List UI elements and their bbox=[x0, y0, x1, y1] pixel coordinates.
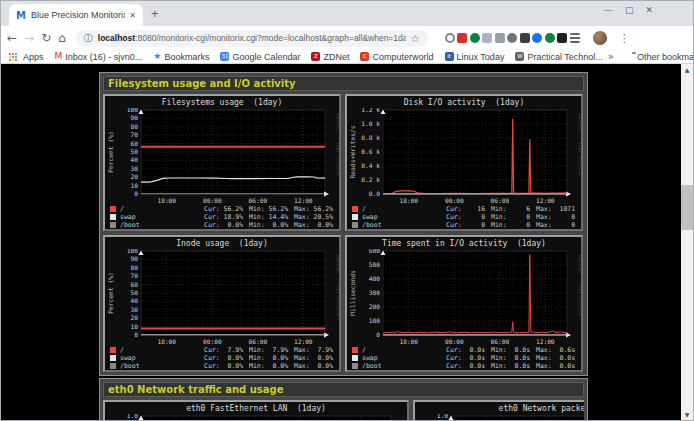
legend-swatch bbox=[110, 214, 116, 220]
svg-text:0: 0 bbox=[134, 190, 138, 197]
copy-pages-extension-icon[interactable] bbox=[482, 33, 492, 43]
legend-value: Min: 0.0% bbox=[249, 362, 294, 370]
svg-text:300: 300 bbox=[369, 289, 380, 296]
bookmark-bookmarks-icon: ★ bbox=[153, 52, 161, 61]
svg-text:70: 70 bbox=[131, 272, 139, 279]
legend-swatch bbox=[110, 222, 116, 228]
svg-text:RRDTOOL / TOBI OETIKER: RRDTOOL / TOBI OETIKER bbox=[335, 255, 339, 317]
legend-value: Cur: 18.9% bbox=[204, 213, 249, 221]
svg-text:1.0 k: 1.0 k bbox=[361, 120, 380, 127]
new-tab-button[interactable]: + bbox=[151, 6, 159, 21]
graph-panel-dio[interactable]: Disk I/O activity (1day)0.00.2 k0.4 k0.6… bbox=[345, 94, 583, 231]
browser-menu-icon[interactable]: ⋮ bbox=[619, 32, 630, 45]
window-minimize-button[interactable]: — bbox=[604, 5, 613, 15]
svg-text:30: 30 bbox=[131, 165, 139, 172]
section-network: eth0 Network traffic and usage eth0 Fast… bbox=[99, 378, 588, 421]
svg-text:00:00: 00:00 bbox=[445, 338, 464, 345]
svg-text:Reads+Writes/s: Reads+Writes/s bbox=[349, 125, 356, 178]
svg-text:12:00: 12:00 bbox=[294, 197, 313, 204]
hangouts-extension-icon[interactable] bbox=[470, 33, 480, 43]
bookmark-label: Inbox (16) - sjvn0... bbox=[65, 52, 142, 62]
legend-series-name: /boot bbox=[120, 362, 204, 370]
legend-series-name: /boot bbox=[120, 221, 204, 229]
page-scrollbar[interactable]: ▲ ▼ bbox=[681, 64, 693, 421]
svg-text:80: 80 bbox=[131, 123, 139, 130]
scrollbar-up-arrow[interactable]: ▲ bbox=[681, 64, 693, 76]
legend-swatch bbox=[352, 363, 358, 369]
browser-tab[interactable]: M Blue Precision Monitorix ✕ bbox=[9, 4, 143, 26]
svg-text:18:00: 18:00 bbox=[157, 338, 176, 345]
legend-value: Cur: 0.0s bbox=[446, 346, 491, 354]
svg-text:0.0: 0.0 bbox=[369, 190, 380, 197]
legend-value: Max: 0 bbox=[536, 213, 581, 221]
svg-text:00:00: 00:00 bbox=[445, 197, 464, 204]
gmail-extension-icon[interactable] bbox=[457, 33, 467, 43]
gray-extension-icon[interactable] bbox=[495, 33, 505, 43]
bookmark-bookmarks[interactable]: ★Bookmarks bbox=[153, 52, 209, 62]
graph-legend-dio: /Cur: 16Min: 6Max: 1071swapCur: 0Min: 0M… bbox=[347, 205, 581, 229]
back-icon[interactable]: ← bbox=[7, 32, 17, 44]
dark-extension-icon[interactable] bbox=[520, 33, 530, 43]
legend-row: /bootCur: 0.0sMin: 0.0sMax: 0.0s bbox=[352, 362, 581, 370]
svg-text:Milliseconds: Milliseconds bbox=[349, 270, 356, 316]
bookmark-star-icon[interactable]: ☆ bbox=[411, 33, 420, 44]
bookmark-inbox[interactable]: MInbox (16) - sjvn0... bbox=[55, 52, 143, 62]
graph-panel-fs[interactable]: Filesystems usage (1day)0102030405060708… bbox=[103, 94, 341, 231]
url-text: localhost:8080/monitorix-cgi/monitorix.c… bbox=[98, 33, 406, 43]
legend-value: Cur: 0 bbox=[446, 221, 491, 229]
graph-panel-tio[interactable]: Time spent in I/O activity (1day)0100200… bbox=[345, 235, 583, 372]
bookmark-google-calendar[interactable]: 31Google Calendar bbox=[220, 52, 300, 62]
page-content: Filesystem usage and I/O activity Filesy… bbox=[1, 64, 693, 421]
window-close-button[interactable]: ✕ bbox=[645, 5, 653, 15]
window-maximize-button[interactable]: □ bbox=[625, 5, 634, 15]
legend-swatch bbox=[110, 363, 116, 369]
svg-text:Percent (%): Percent (%) bbox=[107, 272, 114, 314]
tab-close-icon[interactable]: ✕ bbox=[129, 11, 136, 20]
scrollbar-down-arrow[interactable]: ▼ bbox=[681, 409, 693, 421]
legend-swatch bbox=[110, 206, 116, 212]
bookmark-practical-technology[interactable]: WPractical Technol... bbox=[515, 52, 602, 62]
apps-label[interactable]: Apps bbox=[23, 52, 44, 62]
bookmark-label: Google Calendar bbox=[232, 52, 300, 62]
legend-value: Min: 0 bbox=[491, 213, 536, 221]
address-bar[interactable]: ⓘ localhost:8080/monitorix-cgi/monitorix… bbox=[76, 30, 428, 47]
graph-title-pkt: eth0 Network packets (1day) bbox=[415, 404, 584, 414]
legend-value: Cur: 0.0s bbox=[446, 362, 491, 370]
search-extension-icon[interactable] bbox=[445, 33, 455, 43]
scrollbar-thumb[interactable] bbox=[681, 185, 693, 230]
bookmarks-overflow-chevron[interactable]: » bbox=[608, 51, 614, 62]
pin-extension-icon[interactable] bbox=[557, 33, 567, 43]
svg-text:0.4 k: 0.4 k bbox=[361, 162, 380, 169]
bookmark-zdnet[interactable]: ZZDNet bbox=[311, 52, 349, 62]
legend-value: Max: 56.2% bbox=[294, 205, 339, 213]
messenger-extension-icon[interactable] bbox=[532, 33, 542, 43]
legend-series-name: swap bbox=[120, 354, 204, 362]
privacy-extension-icon[interactable] bbox=[507, 33, 517, 43]
forward-icon[interactable]: → bbox=[24, 32, 34, 44]
other-bookmarks-label[interactable]: Other bookmarks bbox=[637, 52, 694, 62]
bookmark-linux-today[interactable]: ltLinux Today bbox=[445, 52, 505, 62]
svg-text:10: 10 bbox=[131, 182, 139, 189]
svg-text:12:00: 12:00 bbox=[536, 338, 555, 345]
home-icon[interactable]: ⌂ bbox=[58, 32, 66, 44]
legend-row: swapCur: 0Min: 0Max: 0 bbox=[352, 213, 581, 221]
apps-grid-icon[interactable] bbox=[9, 53, 17, 61]
graph-panel-net[interactable]: eth0 FastEthernet LAN (1day)0.00.10.20.3… bbox=[103, 400, 409, 421]
legend-value: Max: 0.0s bbox=[536, 354, 581, 362]
legend-row: /Cur: 7.9%Min: 7.9%Max: 7.9% bbox=[110, 346, 339, 354]
profile-avatar[interactable] bbox=[593, 31, 607, 45]
legend-series-name: swap bbox=[362, 213, 446, 221]
tab-strip: M Blue Precision Monitorix ✕ + — □ ✕ bbox=[1, 1, 693, 26]
legend-series-name: swap bbox=[362, 354, 446, 362]
evernote-extension-icon[interactable] bbox=[545, 33, 555, 43]
reload-icon[interactable]: ↻ bbox=[41, 32, 51, 44]
legend-value: Cur: 0.0% bbox=[204, 362, 249, 370]
svg-text:18:00: 18:00 bbox=[399, 338, 418, 345]
tab-list-extension-icon[interactable] bbox=[570, 33, 580, 43]
graph-panel-inode[interactable]: Inode usage (1day)0102030405060708090100… bbox=[103, 235, 341, 372]
bookmark-computerworld[interactable]: CComputerworld bbox=[360, 52, 433, 62]
page-info-icon[interactable]: ⓘ bbox=[84, 32, 93, 45]
svg-text:0: 0 bbox=[134, 331, 138, 338]
graph-panel-pkt[interactable]: eth0 Network packets (1day)0.00.10.20.30… bbox=[413, 400, 584, 421]
svg-text:100: 100 bbox=[369, 317, 380, 324]
